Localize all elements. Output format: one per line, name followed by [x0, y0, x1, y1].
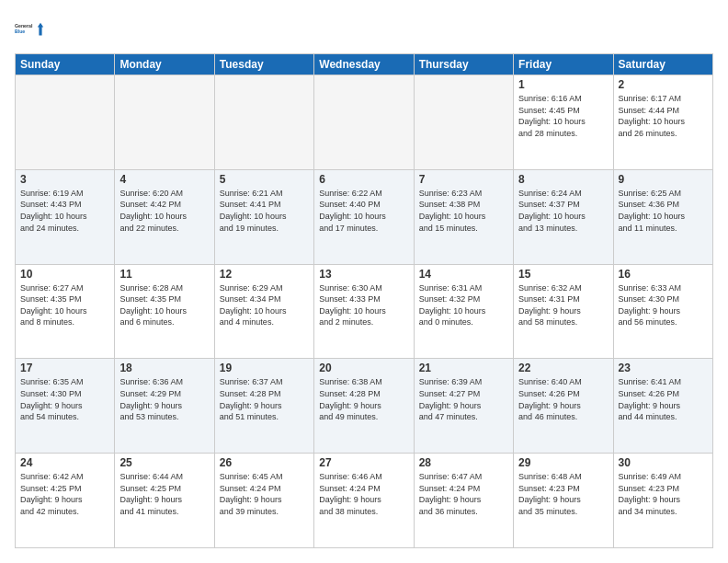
calendar-table: SundayMondayTuesdayWednesdayThursdayFrid… [15, 53, 713, 548]
weekday-header: Saturday [613, 54, 712, 75]
svg-text:General: General [15, 23, 33, 29]
calendar-cell: 26Sunrise: 6:45 AMSunset: 4:24 PMDayligh… [214, 454, 313, 548]
day-number: 28 [419, 456, 508, 469]
header: General Blue [15, 15, 713, 44]
day-info: Sunrise: 6:30 AMSunset: 4:33 PMDaylight:… [319, 282, 408, 328]
day-info: Sunrise: 6:41 AMSunset: 4:26 PMDaylight:… [619, 376, 708, 422]
day-number: 22 [518, 362, 608, 374]
day-info: Sunrise: 6:22 AMSunset: 4:40 PMDaylight:… [319, 188, 408, 234]
day-number: 13 [319, 268, 408, 281]
calendar-week-row: 24Sunrise: 6:42 AMSunset: 4:25 PMDayligh… [16, 454, 713, 548]
day-info: Sunrise: 6:40 AMSunset: 4:26 PMDaylight:… [518, 376, 608, 422]
calendar-cell [214, 75, 313, 170]
day-info: Sunrise: 6:25 AMSunset: 4:36 PMDaylight:… [619, 188, 708, 234]
day-number: 10 [20, 268, 109, 281]
day-info: Sunrise: 6:45 AMSunset: 4:24 PMDaylight:… [220, 471, 309, 517]
calendar-cell: 12Sunrise: 6:29 AMSunset: 4:34 PMDayligh… [214, 264, 313, 359]
calendar-cell: 20Sunrise: 6:38 AMSunset: 4:28 PMDayligh… [314, 359, 414, 454]
calendar-cell: 19Sunrise: 6:37 AMSunset: 4:28 PMDayligh… [214, 359, 313, 454]
day-info: Sunrise: 6:38 AMSunset: 4:28 PMDaylight:… [319, 376, 408, 422]
calendar-cell: 27Sunrise: 6:46 AMSunset: 4:24 PMDayligh… [314, 454, 414, 548]
calendar-cell: 14Sunrise: 6:31 AMSunset: 4:32 PMDayligh… [414, 264, 513, 359]
day-number: 5 [220, 173, 309, 186]
logo: General Blue [15, 15, 44, 44]
day-number: 30 [619, 456, 708, 469]
calendar-cell: 21Sunrise: 6:39 AMSunset: 4:27 PMDayligh… [414, 359, 513, 454]
calendar-cell: 18Sunrise: 6:36 AMSunset: 4:29 PMDayligh… [115, 359, 214, 454]
day-info: Sunrise: 6:49 AMSunset: 4:23 PMDaylight:… [619, 471, 708, 517]
calendar-cell: 30Sunrise: 6:49 AMSunset: 4:23 PMDayligh… [613, 454, 712, 548]
day-info: Sunrise: 6:36 AMSunset: 4:29 PMDaylight:… [119, 376, 209, 422]
day-info: Sunrise: 6:17 AMSunset: 4:44 PMDaylight:… [619, 93, 708, 139]
calendar-cell: 17Sunrise: 6:35 AMSunset: 4:30 PMDayligh… [16, 359, 115, 454]
day-number: 29 [518, 456, 608, 469]
svg-text:Blue: Blue [15, 29, 25, 34]
logo-icon: General Blue [15, 15, 44, 44]
day-number: 20 [319, 362, 408, 374]
calendar-cell: 24Sunrise: 6:42 AMSunset: 4:25 PMDayligh… [16, 454, 115, 548]
calendar-cell: 22Sunrise: 6:40 AMSunset: 4:26 PMDayligh… [514, 359, 613, 454]
day-number: 17 [20, 362, 109, 374]
calendar-cell: 4Sunrise: 6:20 AMSunset: 4:42 PMDaylight… [115, 169, 214, 264]
day-number: 27 [319, 456, 408, 469]
day-info: Sunrise: 6:44 AMSunset: 4:25 PMDaylight:… [119, 471, 209, 517]
calendar-cell: 10Sunrise: 6:27 AMSunset: 4:35 PMDayligh… [16, 264, 115, 359]
page: General Blue SundayMondayTuesdayWednesda… [0, 0, 728, 563]
day-info: Sunrise: 6:42 AMSunset: 4:25 PMDaylight:… [20, 471, 109, 517]
calendar-week-row: 17Sunrise: 6:35 AMSunset: 4:30 PMDayligh… [16, 359, 713, 454]
calendar-cell: 23Sunrise: 6:41 AMSunset: 4:26 PMDayligh… [613, 359, 712, 454]
weekday-header: Friday [514, 54, 613, 75]
day-number: 15 [518, 268, 608, 281]
weekday-header: Wednesday [314, 54, 414, 75]
day-info: Sunrise: 6:37 AMSunset: 4:28 PMDaylight:… [220, 376, 309, 422]
day-info: Sunrise: 6:21 AMSunset: 4:41 PMDaylight:… [220, 188, 309, 234]
weekday-header: Monday [115, 54, 214, 75]
calendar-cell: 13Sunrise: 6:30 AMSunset: 4:33 PMDayligh… [314, 264, 414, 359]
calendar-cell: 5Sunrise: 6:21 AMSunset: 4:41 PMDaylight… [214, 169, 313, 264]
day-number: 8 [518, 173, 608, 186]
day-info: Sunrise: 6:48 AMSunset: 4:23 PMDaylight:… [518, 471, 608, 517]
calendar-cell: 6Sunrise: 6:22 AMSunset: 4:40 PMDaylight… [314, 169, 414, 264]
day-info: Sunrise: 6:16 AMSunset: 4:45 PMDaylight:… [518, 93, 608, 139]
day-number: 12 [220, 268, 309, 281]
weekday-header: Thursday [414, 54, 513, 75]
day-number: 23 [619, 362, 708, 374]
day-number: 16 [619, 268, 708, 281]
calendar-cell: 2Sunrise: 6:17 AMSunset: 4:44 PMDaylight… [613, 75, 712, 170]
calendar-cell: 16Sunrise: 6:33 AMSunset: 4:30 PMDayligh… [613, 264, 712, 359]
day-info: Sunrise: 6:39 AMSunset: 4:27 PMDaylight:… [419, 376, 508, 422]
day-number: 25 [119, 456, 209, 469]
day-info: Sunrise: 6:32 AMSunset: 4:31 PMDaylight:… [518, 282, 608, 328]
calendar-cell: 7Sunrise: 6:23 AMSunset: 4:38 PMDaylight… [414, 169, 513, 264]
calendar-cell: 29Sunrise: 6:48 AMSunset: 4:23 PMDayligh… [514, 454, 613, 548]
day-info: Sunrise: 6:28 AMSunset: 4:35 PMDaylight:… [119, 282, 209, 328]
day-info: Sunrise: 6:31 AMSunset: 4:32 PMDaylight:… [419, 282, 508, 328]
day-number: 14 [419, 268, 508, 281]
calendar-cell [414, 75, 513, 170]
calendar-cell: 1Sunrise: 6:16 AMSunset: 4:45 PMDaylight… [514, 75, 613, 170]
day-number: 9 [619, 173, 708, 186]
day-info: Sunrise: 6:35 AMSunset: 4:30 PMDaylight:… [20, 376, 109, 422]
day-info: Sunrise: 6:47 AMSunset: 4:24 PMDaylight:… [419, 471, 508, 517]
day-number: 11 [119, 268, 209, 281]
day-number: 6 [319, 173, 408, 186]
day-number: 24 [20, 456, 109, 469]
day-number: 19 [220, 362, 309, 374]
calendar-cell [16, 75, 115, 170]
calendar-cell: 28Sunrise: 6:47 AMSunset: 4:24 PMDayligh… [414, 454, 513, 548]
weekday-header: Tuesday [214, 54, 313, 75]
calendar-header-row: SundayMondayTuesdayWednesdayThursdayFrid… [16, 54, 713, 75]
calendar-week-row: 1Sunrise: 6:16 AMSunset: 4:45 PMDaylight… [16, 75, 713, 170]
day-info: Sunrise: 6:23 AMSunset: 4:38 PMDaylight:… [419, 188, 508, 234]
day-number: 18 [119, 362, 209, 374]
calendar-cell: 8Sunrise: 6:24 AMSunset: 4:37 PMDaylight… [514, 169, 613, 264]
calendar-cell: 9Sunrise: 6:25 AMSunset: 4:36 PMDaylight… [613, 169, 712, 264]
day-number: 1 [518, 78, 608, 91]
day-info: Sunrise: 6:29 AMSunset: 4:34 PMDaylight:… [220, 282, 309, 328]
calendar-cell: 3Sunrise: 6:19 AMSunset: 4:43 PMDaylight… [16, 169, 115, 264]
day-number: 21 [419, 362, 508, 374]
calendar-cell [314, 75, 414, 170]
calendar-cell: 11Sunrise: 6:28 AMSunset: 4:35 PMDayligh… [115, 264, 214, 359]
calendar-cell: 25Sunrise: 6:44 AMSunset: 4:25 PMDayligh… [115, 454, 214, 548]
calendar-cell: 15Sunrise: 6:32 AMSunset: 4:31 PMDayligh… [514, 264, 613, 359]
